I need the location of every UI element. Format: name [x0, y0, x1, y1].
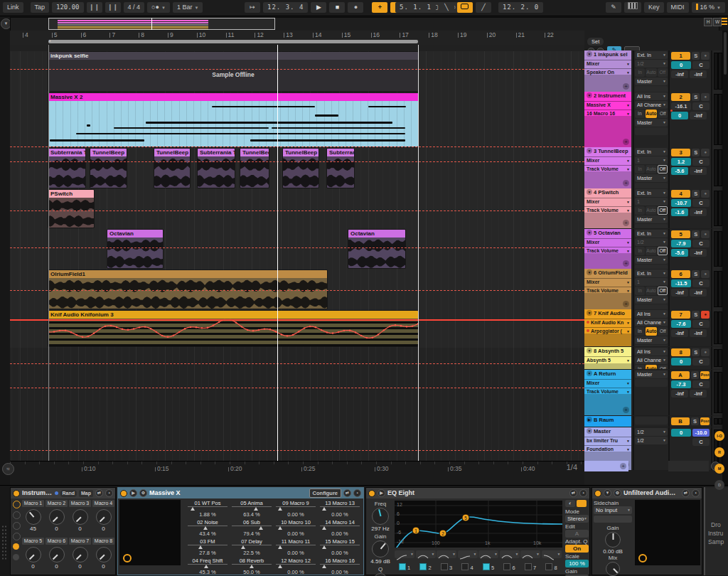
track-device-select[interactable]: Mixer▼	[584, 379, 631, 387]
add-automation-lane-icon[interactable]: +	[623, 83, 629, 90]
clip-olriumfield1[interactable]: OlriumField1	[48, 270, 327, 309]
add-automation-lane-icon[interactable]: +	[623, 260, 629, 267]
plugin-edit-icon[interactable]	[638, 554, 647, 562]
fold-icon[interactable]: ▼	[604, 489, 611, 497]
track-name[interactable]: ▼4 PSwitch	[584, 188, 631, 197]
add-automation-lane-icon[interactable]: +	[623, 220, 629, 226]
volume-value[interactable]: -7.6	[671, 320, 691, 328]
key-map-button[interactable]: Key	[644, 2, 664, 13]
arrangement-overview[interactable]	[10, 17, 719, 31]
device-drag-handle[interactable]	[1, 525, 8, 560]
massive-param-08-reverb[interactable]: 08 Reverb50.0 %	[230, 558, 273, 576]
automation-breakpoint-line[interactable]	[10, 247, 584, 248]
macro-state-icon[interactable]	[13, 533, 21, 540]
empty-slot[interactable]	[635, 183, 668, 188]
variations-icon[interactable]	[13, 511, 21, 519]
overview-viewport[interactable]	[48, 18, 275, 30]
monitor-off-button[interactable]: Off	[658, 247, 668, 255]
rand-button[interactable]: Rand	[60, 490, 77, 497]
arm-button[interactable]: ●	[701, 270, 710, 278]
param-slider[interactable]	[188, 506, 228, 511]
ruler-bar-13[interactable]: 13	[284, 31, 292, 38]
monitor-off-button[interactable]: Off	[658, 327, 668, 336]
monitor-auto-button[interactable]: Auto	[646, 327, 658, 336]
punch-out-icon[interactable]: ╱	[476, 2, 491, 13]
track-device-select[interactable]: Knif Audio Kn▼	[584, 319, 631, 326]
io-select[interactable]: 1/2▼	[635, 437, 668, 444]
send-b-value[interactable]: -inf	[690, 390, 707, 398]
edit-channel-button[interactable]: A	[565, 530, 589, 538]
macro-knob[interactable]	[49, 547, 65, 562]
track-number-badge[interactable]: 6	[671, 270, 690, 278]
automation-breakpoint-line[interactable]	[10, 363, 584, 364]
hot-swap-icon[interactable]: ⇄	[569, 489, 577, 497]
io-select[interactable]: 1▼	[635, 278, 668, 286]
param-slider[interactable]	[320, 564, 360, 569]
loop-length-field[interactable]: 12. 2. 0	[498, 2, 543, 13]
track-number-badge[interactable]: 7	[671, 311, 690, 319]
track-lane-9[interactable]	[10, 370, 584, 417]
fold-track-icon[interactable]: ▼	[587, 270, 592, 275]
cpu-meter[interactable]: 16 %▼	[692, 2, 725, 13]
solo-button[interactable]: S	[692, 311, 700, 319]
arm-button[interactable]: ●	[701, 230, 710, 238]
automation-breakpoint-line[interactable]	[10, 161, 584, 162]
fold-track-icon[interactable]: ▼	[587, 348, 592, 353]
track-lane-7[interactable]: Knif Audio Knifonium 3	[10, 310, 584, 348]
nudge-up-icon[interactable]: ❙❙	[105, 2, 121, 13]
arrangement-area[interactable]: inkpunk selfieSample OfflineMassive X 2S…	[10, 45, 584, 461]
vertical-scrollbar[interactable]	[722, 31, 728, 485]
track-number-badge[interactable]: 5	[671, 230, 690, 238]
arm-button[interactable]: ●	[701, 190, 710, 198]
fold-track-icon[interactable]: ▼	[587, 148, 592, 154]
volume-value[interactable]: 0	[671, 61, 691, 69]
loop-brace[interactable]: ›	[48, 40, 418, 43]
clip-tunnelbeep[interactable]: TunnelBeep	[154, 149, 190, 188]
hot-swap-icon[interactable]: ⇄	[343, 489, 351, 497]
plugin-edit-icon[interactable]	[123, 554, 132, 562]
massive-param-09-macro-9[interactable]: 09 Macro 90.00 %	[274, 500, 317, 518]
massive-param-04-freq-shift[interactable]: 04 Freq Shift45.3 %	[186, 558, 229, 576]
param-slider[interactable]	[276, 545, 316, 550]
master-volume-value[interactable]: 0	[671, 429, 691, 437]
add-automation-lane-icon[interactable]: +	[623, 180, 629, 186]
param-slider[interactable]	[232, 545, 272, 550]
fold-track-icon[interactable]: ▼	[587, 428, 592, 434]
send-a-value[interactable]: -inf	[671, 70, 688, 78]
track-header-1-inkpunk-sel[interactable]: ▼1 inkpunk selMixer▼Speaker On▼+Ext. In▼…	[584, 50, 721, 92]
monitor-auto-button[interactable]: Auto	[646, 247, 656, 255]
drop-area[interactable]: Dro Instru Samp	[704, 487, 728, 575]
volume-value[interactable]: 0	[671, 358, 691, 366]
arm-button[interactable]: ●	[701, 348, 710, 356]
set-label[interactable]: Set	[587, 38, 604, 46]
macro-4[interactable]: Macro 40	[92, 500, 114, 536]
hot-swap-icon[interactable]: ⇄	[95, 489, 103, 497]
param-slider[interactable]	[320, 545, 360, 550]
track-number-badge[interactable]: 3	[671, 149, 690, 156]
rack-title-bar[interactable]: Instrument Rack Rand Map ⇄ ▪	[11, 488, 115, 498]
volume-value[interactable]: -10.7	[671, 199, 691, 207]
track-device-select[interactable]: Mixer▼	[584, 60, 631, 68]
send-b-value[interactable]: -inf	[690, 208, 707, 216]
track-color-block[interactable]: ▼6 OlriumFieldMixer▼Track Volume▼+	[584, 269, 631, 309]
massive-param-10-macro-10[interactable]: 10 Macro 100.00 %	[274, 519, 317, 538]
unfold-icon[interactable]: ▶	[129, 489, 137, 497]
track-lane-2[interactable]: Massive X 2	[10, 92, 584, 149]
param-slider[interactable]	[232, 526, 272, 530]
ruler-bar-12[interactable]: 12	[255, 31, 263, 38]
band-enable-checkbox[interactable]	[503, 563, 510, 570]
io-select[interactable]: 1▼	[635, 198, 668, 206]
output-select[interactable]: Master▼	[635, 78, 668, 85]
massive-param-12-macro-12[interactable]: 12 Macro 120.00 %	[274, 558, 317, 576]
macro-3[interactable]: Macro 30	[69, 500, 91, 536]
q-knob[interactable]	[373, 573, 387, 576]
massive-param-05-anima[interactable]: 05 Anima63.4 %	[230, 500, 273, 518]
ruler-bar-21[interactable]: 21	[516, 31, 525, 38]
pan-value[interactable]: C	[692, 102, 710, 110]
send-a-value[interactable]: -5.6	[671, 249, 688, 257]
cue-volume-value[interactable]: -10.0	[692, 429, 710, 437]
punch-in-icon[interactable]: ╲	[439, 2, 454, 13]
clip-tunnelbeep[interactable]: TunnelBeep	[90, 149, 127, 188]
show-macros-icon[interactable]	[13, 543, 19, 550]
monitor-auto-button[interactable]: Auto	[646, 287, 656, 295]
